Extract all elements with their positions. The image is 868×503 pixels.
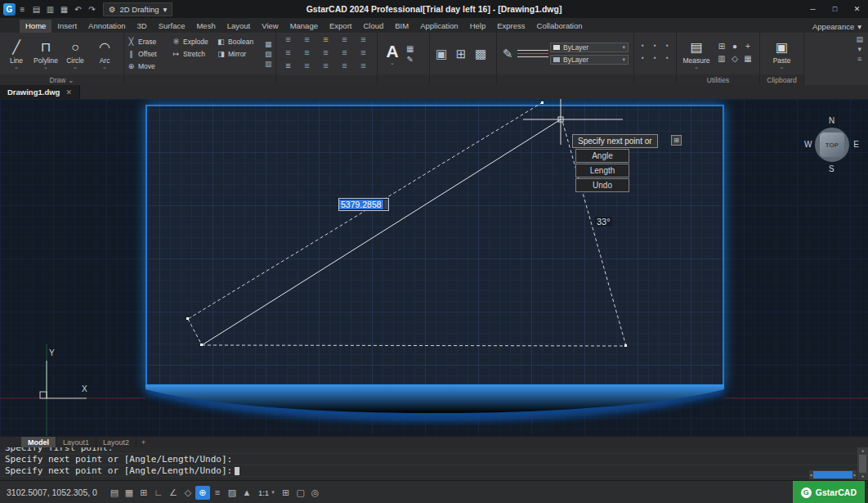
lineweight-toggle-icon[interactable]: ≡ — [210, 486, 225, 500]
layer-tool-icon[interactable]: ≡ — [335, 47, 354, 61]
undo-icon[interactable]: ↶ — [71, 2, 85, 16]
layer-tool-icon[interactable]: ≡ — [298, 34, 316, 47]
command-line-window[interactable]: Specify first point: Specify next point … — [0, 447, 868, 480]
mirror-button[interactable]: ◨Mirror — [217, 47, 262, 60]
menu-item-angle[interactable]: Angle — [575, 149, 629, 163]
snap-toggle-icon[interactable]: ⊞ — [136, 486, 151, 500]
move-button[interactable]: ⊕Move — [127, 60, 172, 72]
qrcode-icon[interactable]: ▩ — [472, 47, 490, 61]
layer-tool-icon[interactable]: ≡ — [335, 34, 354, 47]
create-block-icon[interactable]: ⊞ — [452, 47, 470, 61]
menu-icon[interactable]: ≡ — [16, 2, 29, 16]
scroll-down-icon[interactable]: ▾ — [861, 474, 864, 480]
transparency-toggle-icon[interactable]: ▨ — [225, 486, 239, 500]
tab-mesh[interactable]: Mesh — [190, 20, 221, 33]
tab-bim[interactable]: BIM — [389, 20, 414, 33]
distance-icon[interactable]: ◇ — [728, 54, 741, 66]
layer-tool-icon[interactable]: ≡ — [279, 34, 298, 47]
document-tab-drawing1[interactable]: Drawing1.dwg ✕ — [0, 85, 80, 99]
group-icon[interactable]: ▪ — [637, 42, 649, 54]
layer-tool-icon[interactable]: ≡ — [316, 34, 335, 47]
utilities-panel-label[interactable]: Utilities — [677, 74, 759, 85]
compass-south[interactable]: S — [829, 164, 834, 173]
tab-surface[interactable]: Surface — [153, 20, 191, 33]
tab-layout[interactable]: Layout — [221, 20, 257, 33]
layer-tool-icon[interactable]: ≡ — [279, 47, 298, 61]
group-icon[interactable]: ▪ — [649, 54, 661, 66]
offset-button[interactable]: ∥Offset — [127, 47, 172, 60]
annotation-scale-dropdown[interactable]: 1:1 ▾ — [254, 488, 279, 497]
group-icon[interactable]: ▪ — [649, 42, 661, 54]
group-icon[interactable]: ▪ — [661, 54, 673, 66]
ortho-toggle-icon[interactable]: ∟ — [151, 486, 166, 500]
area-icon[interactable]: ▦ — [741, 54, 754, 66]
tab-layout2[interactable]: Layout2 — [96, 437, 136, 447]
group-icon[interactable]: ▪ — [661, 42, 673, 54]
add-layout-button[interactable]: + — [136, 437, 150, 447]
save-icon[interactable]: ▤ — [29, 2, 43, 16]
quick-select-icon[interactable]: ⊞ — [715, 42, 728, 54]
command-vscrollbar[interactable]: ▴ ▾ — [857, 447, 868, 480]
tab-manage[interactable]: Manage — [284, 20, 324, 33]
line-button[interactable]: ╱ Line ⌄ — [2, 38, 30, 70]
measure-button[interactable]: ▤ Measure ⌄ — [679, 38, 714, 70]
array-icon[interactable]: ▦ — [265, 40, 272, 48]
workspace-dropdown[interactable]: ⚙ 2D Drafting ▾ — [103, 2, 172, 16]
text-button[interactable]: A ⌄ — [380, 43, 405, 65]
linetype-samples[interactable] — [517, 50, 548, 57]
menu-item-length[interactable]: Length — [575, 164, 629, 177]
table-icon[interactable]: ▦ — [406, 44, 414, 53]
workspace-switch-icon[interactable]: ⊞ — [279, 486, 293, 500]
command-hscrollbar[interactable]: ◂ ▸ — [809, 470, 857, 479]
tab-model[interactable]: Model — [21, 437, 56, 447]
insert-block-icon[interactable]: ▣ — [432, 47, 450, 61]
isolate-objects-icon[interactable]: ◎ — [308, 486, 323, 500]
layer-tool-icon[interactable]: ≡ — [354, 47, 373, 61]
tab-home[interactable]: Home — [20, 20, 51, 33]
compass-top-face[interactable]: TOP — [820, 132, 844, 157]
tab-3d[interactable]: 3D — [132, 20, 153, 33]
hatch-icon[interactable]: ▧ — [265, 50, 272, 58]
layer-tool-icon[interactable]: ≡ — [279, 61, 298, 74]
id-point-icon[interactable]: + — [741, 42, 754, 54]
layer-tool-icon[interactable]: ≡ — [298, 61, 316, 74]
compass-west[interactable]: W — [804, 140, 812, 149]
group-icon[interactable]: ▪ — [637, 54, 649, 66]
minimize-button[interactable]: ─ — [802, 0, 824, 18]
erase-button[interactable]: ╳Erase — [127, 35, 172, 47]
tab-express[interactable]: Express — [491, 20, 530, 33]
clipboard-panel-label[interactable]: Clipboard — [760, 74, 803, 85]
polyline-button[interactable]: ⊓ Polyline ⌄ — [32, 38, 60, 70]
drawing-canvas[interactable]: Y X 5379.2858 Specify next point or ⊞ An… — [0, 99, 868, 436]
clean-screen-icon[interactable]: ▢ — [293, 486, 308, 500]
tab-collaboration[interactable]: Collaboration — [531, 20, 588, 33]
view-compass[interactable]: N W E S TOP — [804, 117, 860, 173]
paste-button[interactable]: ▣ Paste ⌄ — [767, 38, 798, 70]
scroll-right-icon[interactable]: ▸ — [853, 472, 857, 478]
command-prompt-line[interactable]: Specify next point or [Angle/Length/Undo… — [0, 465, 868, 477]
trim-icon[interactable]: ▥ — [265, 60, 272, 68]
annotation-visibility-icon[interactable]: ▲ — [239, 486, 254, 500]
layer-tool-icon[interactable]: ≡ — [354, 34, 373, 47]
scroll-left-icon[interactable]: ◂ — [809, 472, 812, 478]
tab-layout1[interactable]: Layout1 — [56, 437, 96, 447]
layer-tool-icon[interactable]: ≡ — [354, 61, 373, 74]
layer-tool-icon[interactable]: ≡ — [316, 61, 335, 74]
close-button[interactable]: ✕ — [846, 0, 868, 18]
ribbon-overflow[interactable]: ▤ ▾ ≡ — [856, 33, 868, 85]
tab-view[interactable]: View — [256, 20, 284, 33]
color-bylayer-dropdown[interactable]: ByLayer ▾ — [550, 43, 629, 52]
polar-toggle-icon[interactable]: ∠ — [166, 486, 181, 500]
stretch-button[interactable]: ↦Stretch — [172, 47, 217, 60]
layer-tool-icon[interactable]: ≡ — [335, 61, 354, 74]
layer-tool-icon[interactable]: ≡ — [298, 47, 316, 61]
close-tab-icon[interactable]: ✕ — [65, 88, 72, 97]
match-properties-icon[interactable]: ✎ — [499, 47, 516, 61]
redo-icon[interactable]: ↷ — [85, 2, 99, 16]
boolean-button[interactable]: ◧Boolean — [217, 35, 262, 47]
dynamic-input-field[interactable]: 5379.2858 — [338, 198, 389, 211]
menu-item-undo[interactable]: Undo — [575, 178, 629, 192]
tab-application[interactable]: Application — [414, 20, 463, 33]
app-logo-icon[interactable]: G — [3, 3, 16, 16]
layer-tool-icon[interactable]: ≡ — [316, 47, 335, 61]
